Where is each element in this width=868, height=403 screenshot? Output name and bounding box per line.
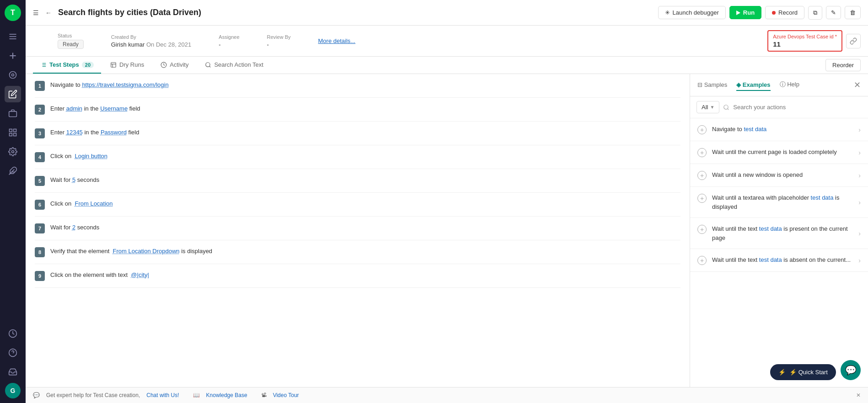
step-number: 9 <box>35 271 45 281</box>
copy-icon: ⧉ <box>813 9 817 16</box>
step-number: 5 <box>35 176 45 186</box>
sidebar-item-menu[interactable] <box>5 28 21 45</box>
run-button[interactable]: Run <box>729 6 761 19</box>
back-button[interactable]: ← <box>45 9 52 16</box>
list-item[interactable]: + Wait until the text test data is prese… <box>690 218 868 249</box>
step-param-from-location[interactable]: From Location <box>75 200 113 207</box>
sidebar-item-add[interactable] <box>5 48 21 64</box>
panel-close-button[interactable]: ✕ <box>854 80 861 90</box>
action-list: + Navigate to test data › + Wait until t… <box>690 118 868 387</box>
step-number: 4 <box>35 152 45 162</box>
panel-tab-examples[interactable]: ◈ Examples <box>736 80 770 91</box>
bottom-bar-close-button[interactable]: ✕ <box>856 392 861 398</box>
svg-point-4 <box>10 72 16 79</box>
review-field: Review By - <box>267 34 291 48</box>
sidebar-item-plugins[interactable] <box>5 163 21 179</box>
topbar-actions: ✳ Launch debugger Run Record ⧉ ✎ <box>658 6 861 20</box>
chat-button[interactable]: 💬 <box>841 360 861 380</box>
list-item[interactable]: + Navigate to test data › <box>690 118 868 141</box>
video-tour-link[interactable]: Video Tour <box>273 392 299 398</box>
add-action-icon[interactable]: + <box>697 148 707 157</box>
sidebar-item-edit[interactable] <box>5 86 21 102</box>
step-url-link[interactable]: https://travel.testsigma.com/login <box>82 81 168 88</box>
sidebar-item-dashboard[interactable] <box>5 67 21 83</box>
step-content: Enter 12345 in the Password field <box>50 128 680 137</box>
add-action-icon[interactable]: + <box>697 194 707 203</box>
record-button[interactable]: Record <box>765 6 804 19</box>
chat-icon: 💬 <box>33 392 40 398</box>
add-action-icon[interactable]: + <box>697 256 707 265</box>
tab-search-action[interactable]: Search Action Text <box>198 57 270 74</box>
svg-line-27 <box>728 108 729 110</box>
panel-tab-samples[interactable]: ⊟ Samples <box>697 80 727 91</box>
action-text: Navigate to test data <box>712 125 853 134</box>
step-param-2s[interactable]: 2 <box>72 224 75 231</box>
link-icon-button[interactable] <box>846 34 861 48</box>
quick-start-button[interactable]: ⚡ ⚡ Quick Start <box>770 364 836 380</box>
tab-activity[interactable]: Activity <box>153 57 196 74</box>
created-by-label: Created By <box>111 34 192 40</box>
menu-toggle-icon[interactable]: ☰ <box>33 9 39 16</box>
panel-search-bar: All ▼ <box>690 96 868 118</box>
sidebar-item-help[interactable] <box>5 345 21 361</box>
azure-label: Azure Devops Test Case id * <box>773 34 837 39</box>
chevron-right-icon: › <box>858 257 861 264</box>
chat-with-us-link[interactable]: Chat with Us! <box>146 392 179 398</box>
action-search-input[interactable] <box>733 104 862 111</box>
add-action-icon[interactable]: + <box>697 225 707 234</box>
step-param-password[interactable]: Password <box>101 129 127 136</box>
sidebar-item-settings[interactable] <box>5 143 21 160</box>
list-item[interactable]: + Wait until the current page is loaded … <box>690 141 868 164</box>
step-number: 7 <box>35 223 45 233</box>
step-param-dropdown[interactable]: From Location Dropdown <box>113 248 180 255</box>
list-item[interactable]: + Wait until the text test data is absen… <box>690 249 868 272</box>
table-row: 5 Wait for 5 seconds <box>35 169 680 193</box>
step-param-login-button[interactable]: Login button <box>75 153 107 159</box>
panel-tab-help[interactable]: ⓘ Help <box>780 79 799 91</box>
tabs-row: Test Steps 20 Dry Runs Activity Search A… <box>26 57 868 74</box>
steps-panel: 1 Navigate to https://travel.testsigma.c… <box>26 74 690 387</box>
tab-dry-runs[interactable]: Dry Runs <box>103 57 151 74</box>
svg-rect-5 <box>9 111 17 117</box>
sidebar-item-inbox[interactable] <box>5 364 21 380</box>
action-text: Wait until the text test data is absent … <box>712 255 853 265</box>
page-title: Search flights by cities (Data Driven) <box>58 8 654 17</box>
delete-button[interactable]: 🗑 <box>845 6 861 19</box>
step-param-username[interactable]: Username <box>100 105 128 112</box>
svg-rect-0 <box>10 34 16 35</box>
right-panel: ⊟ Samples ◈ Examples ⓘ Help ✕ A <box>690 74 868 387</box>
action-text: Wait until the current page is loaded co… <box>712 148 853 157</box>
sidebar: T <box>0 0 26 403</box>
debugger-icon: ✳ <box>665 9 670 16</box>
step-param-admin[interactable]: admin <box>66 105 82 112</box>
status-badge: Ready <box>58 40 84 49</box>
filter-dropdown[interactable]: All ▼ <box>697 101 719 113</box>
edit-button[interactable]: ✎ <box>826 6 841 19</box>
knowledge-base-link[interactable]: Knowledge Base <box>206 392 247 398</box>
chevron-right-icon: › <box>858 172 861 179</box>
status-label: Status <box>58 33 84 38</box>
tab-test-steps[interactable]: Test Steps 20 <box>33 57 101 74</box>
azure-value[interactable]: 11 <box>773 40 837 48</box>
svg-rect-8 <box>10 133 12 136</box>
step-param-5s[interactable]: 5 <box>72 176 75 183</box>
copy-button[interactable]: ⧉ <box>808 6 822 20</box>
list-item[interactable]: + Wait until a textarea with placeholder… <box>690 187 868 218</box>
more-details-link[interactable]: More details... <box>318 37 356 44</box>
sidebar-item-grid[interactable] <box>5 124 21 141</box>
chevron-right-icon: › <box>858 199 861 206</box>
step-content: Wait for 2 seconds <box>50 223 680 232</box>
step-param-password-value[interactable]: 12345 <box>66 129 83 136</box>
list-item[interactable]: + Wait until a new window is opened › <box>690 164 868 187</box>
step-param-city[interactable]: @|city| <box>131 271 149 278</box>
azure-test-case-field: Azure Devops Test Case id * 11 <box>767 30 842 52</box>
help-circle-icon: ⓘ <box>780 81 788 88</box>
user-avatar[interactable]: G <box>5 383 21 398</box>
sidebar-item-reports[interactable] <box>5 325 21 342</box>
reorder-button[interactable]: Reorder <box>825 59 861 71</box>
sidebar-item-briefcase[interactable] <box>5 105 21 122</box>
launch-debugger-button[interactable]: ✳ Launch debugger <box>658 6 726 19</box>
add-action-icon[interactable]: + <box>697 171 707 180</box>
add-action-icon[interactable]: + <box>697 125 707 134</box>
step-content: Navigate to https://travel.testsigma.com… <box>50 80 680 90</box>
